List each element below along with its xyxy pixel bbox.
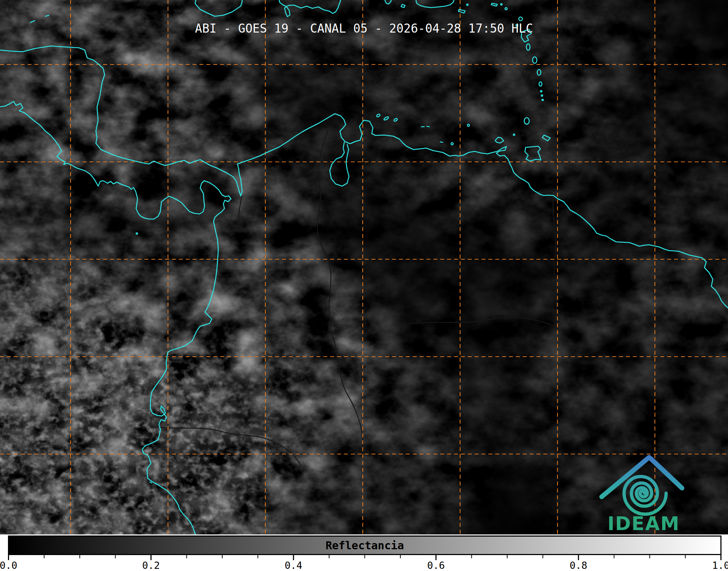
logo-text: IDEAM: [607, 513, 680, 534]
colorbar-label: Reflectancia: [9, 537, 720, 554]
colorbar-tick-label: 0.6: [427, 560, 445, 571]
colorbar-area: Reflectancia 0.0 0.2 0.4 0.6 0.8 1.0: [0, 534, 728, 571]
colorbar-gradient: Reflectancia: [8, 536, 721, 555]
goes-satellite-product: { "title": "ABI - GOES 19 - CANAL 05 - 2…: [0, 0, 728, 571]
satellite-scene-svg: IDEAM: [0, 0, 728, 534]
colorbar-tick-label: 0.4: [285, 560, 302, 571]
island-los-roques: [427, 126, 429, 127]
island-la-tortuga: [440, 142, 443, 142]
colorbar-tick-label: 0.8: [570, 560, 588, 571]
satellite-map-canvas: IDEAM ABI - GOES 19 - CANAL 05 - 2026-04…: [0, 0, 728, 534]
map-title: ABI - GOES 19 - CANAL 05 - 2026-04-28 17…: [0, 21, 728, 35]
colorbar-tick-label: 0.2: [142, 560, 160, 571]
cloud-layer-fine: [0, 0, 728, 534]
colorbar-tick-label: 1.0: [712, 560, 728, 571]
colorbar-tick-labels: 0.0 0.2 0.4 0.6 0.8 1.0: [0, 560, 728, 571]
colorbar-tick-label: 0.0: [0, 560, 17, 571]
